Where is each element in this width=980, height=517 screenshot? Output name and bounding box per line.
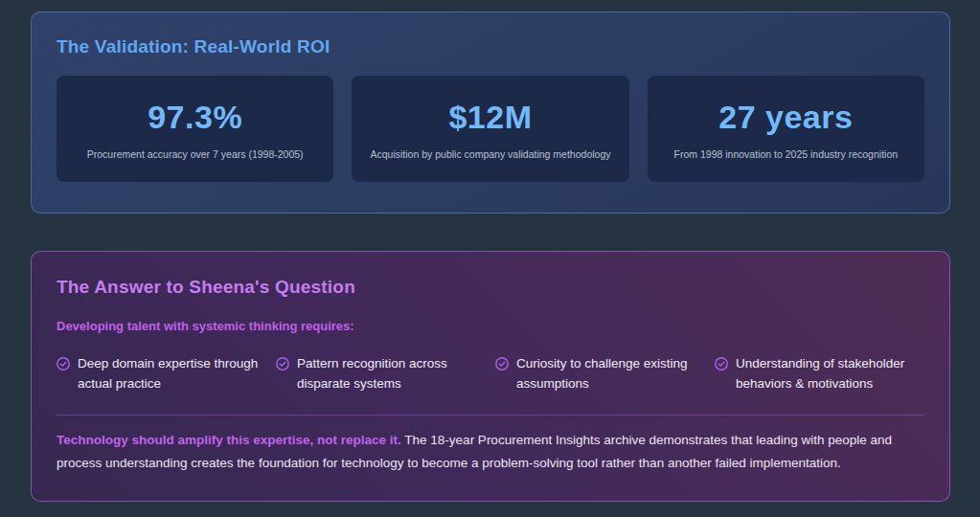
- bullet-item: Curiosity to challenge existing assumpti…: [495, 354, 705, 394]
- bullet-item: Pattern recognition across disparate sys…: [276, 354, 486, 394]
- footer-lead-sentence: Technology should amplify this expertise…: [57, 433, 401, 447]
- stat-caption: Procurement accuracy over 7 years (1998-…: [87, 148, 304, 160]
- bullet-item: Deep domain expertise through actual pra…: [57, 354, 266, 394]
- page: The Validation: Real-World ROI 97.3% Pro…: [0, 0, 980, 517]
- stat-value: 27 years: [718, 99, 853, 136]
- answer-card: The Answer to Sheena's Question Developi…: [31, 251, 950, 502]
- bullet-label: Deep domain expertise through actual pra…: [78, 354, 266, 394]
- stat-value: 97.3%: [148, 99, 242, 136]
- stat-box-accuracy: 97.3% Procurement accuracy over 7 years …: [57, 76, 333, 182]
- stat-caption: From 1998 innovation to 2025 industry re…: [674, 148, 898, 160]
- bullet-label: Curiosity to challenge existing assumpti…: [516, 354, 705, 394]
- validation-card: The Validation: Real-World ROI 97.3% Pro…: [31, 11, 950, 214]
- stat-box-acquisition: $12M Acquisition by public company valid…: [352, 76, 628, 182]
- divider: [57, 415, 924, 416]
- answer-card-subtitle: Developing talent with systemic thinking…: [57, 319, 924, 333]
- stat-value: $12M: [448, 99, 532, 136]
- answer-card-footer: Technology should amplify this expertise…: [57, 429, 924, 476]
- check-circle-icon: [57, 357, 70, 371]
- bullet-label: Pattern recognition across disparate sys…: [297, 354, 486, 394]
- stat-caption: Acquisition by public company validating…: [371, 148, 611, 160]
- stats-row: 97.3% Procurement accuracy over 7 years …: [57, 76, 924, 182]
- bullet-item: Understanding of stakeholder behaviors &…: [715, 354, 924, 394]
- answer-card-title: The Answer to Sheena's Question: [57, 277, 924, 298]
- bullet-label: Understanding of stakeholder behaviors &…: [736, 354, 924, 394]
- check-circle-icon: [715, 357, 728, 371]
- bullets-grid: Deep domain expertise through actual pra…: [57, 354, 924, 394]
- check-circle-icon: [495, 357, 509, 371]
- stat-box-years: 27 years From 1998 innovation to 2025 in…: [648, 76, 924, 182]
- check-circle-icon: [276, 357, 289, 371]
- validation-card-title: The Validation: Real-World ROI: [57, 36, 924, 57]
